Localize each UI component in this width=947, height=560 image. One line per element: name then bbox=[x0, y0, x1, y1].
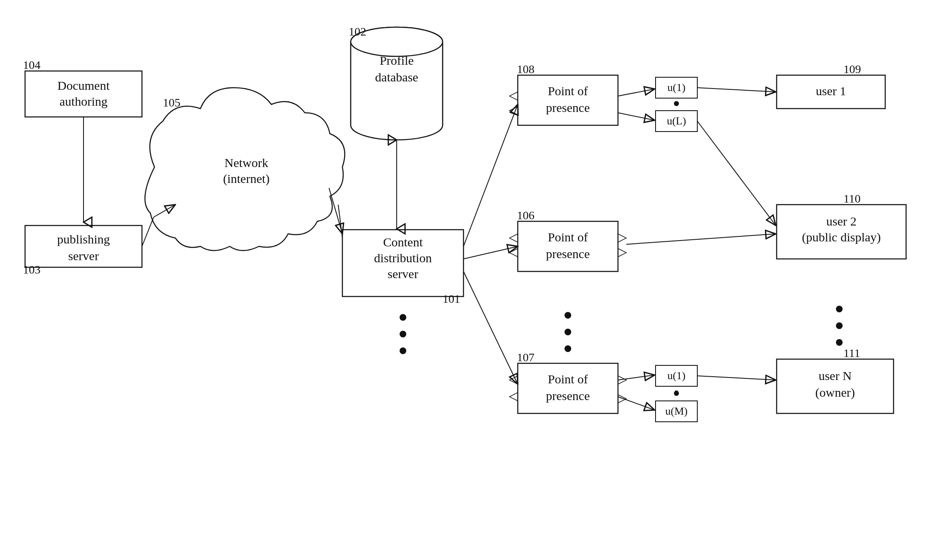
arrow-publishing-to-network-1 bbox=[142, 217, 154, 246]
pop106-label-2: presence bbox=[546, 247, 590, 261]
tri-pop108-in-top bbox=[509, 92, 518, 100]
pop107-label-2: presence bbox=[546, 389, 590, 403]
uL-108-label: u(L) bbox=[667, 115, 686, 127]
pop106-label-1: Point of bbox=[548, 230, 588, 244]
cds-label-2: distribution bbox=[374, 251, 432, 265]
user2-label-2: (public display) bbox=[802, 230, 881, 244]
dot1-cds-pop bbox=[400, 314, 406, 321]
tri-pop107-out-bot bbox=[618, 395, 626, 403]
arrow-cds-pop108 bbox=[463, 104, 518, 246]
dot2-users bbox=[836, 322, 843, 329]
tri-pop107-in-top bbox=[509, 376, 518, 384]
dot-pop-mid2 bbox=[565, 329, 571, 335]
u1-107-label: u(1) bbox=[667, 370, 685, 382]
ref-111: 111 bbox=[843, 347, 860, 360]
ref-107: 107 bbox=[517, 351, 534, 364]
dot-pop-mid3 bbox=[565, 345, 571, 352]
doc-authoring-label-2: authoring bbox=[60, 94, 108, 108]
dot-pop108-mid bbox=[674, 101, 679, 106]
arrow-pop106-user2 bbox=[626, 234, 776, 244]
ref-110: 110 bbox=[843, 192, 861, 205]
u1-108-label: u(1) bbox=[667, 81, 685, 94]
dot3-cds-pop bbox=[400, 347, 406, 354]
diagram: 104 103 105 102 101 108 106 107 109 110 … bbox=[0, 0, 947, 560]
arrow-uL-108-user2 bbox=[697, 121, 776, 226]
ref-105: 105 bbox=[163, 96, 180, 109]
arrow-pop107-uM bbox=[618, 397, 655, 410]
user1-label: user 1 bbox=[816, 84, 846, 98]
arrow-u1-108-user1 bbox=[697, 88, 776, 92]
dot-pop-mid1 bbox=[565, 312, 571, 319]
tri-pop106-in-bot bbox=[509, 248, 518, 257]
ref-109: 109 bbox=[843, 63, 861, 76]
profile-db-label-1: Profile bbox=[380, 53, 414, 67]
pop108-label-1: Point of bbox=[548, 84, 588, 98]
dot1-users bbox=[836, 306, 843, 312]
ref-103: 103 bbox=[23, 263, 41, 276]
dot3-users bbox=[836, 339, 843, 346]
arrow-cds-pop107 bbox=[463, 271, 518, 384]
ref-106: 106 bbox=[517, 209, 534, 222]
userN-label-2: (owner) bbox=[815, 385, 855, 400]
arrow-pop108-u1 bbox=[618, 89, 655, 96]
network-label-2: (internet) bbox=[223, 172, 270, 186]
user2-label-1: user 2 bbox=[826, 214, 856, 228]
tri-pop107-in-bot bbox=[509, 393, 518, 401]
publishing-server-label-1: publishing bbox=[57, 232, 110, 246]
network-label-1: Network bbox=[225, 156, 268, 170]
tri-pop106-in-top bbox=[509, 234, 518, 242]
arrow-pop107-u1 bbox=[618, 375, 655, 380]
ref-101: 101 bbox=[443, 292, 460, 305]
userN-label-1: user N bbox=[818, 369, 851, 383]
tri-pop106-out-bot bbox=[618, 248, 626, 257]
pop106-box bbox=[518, 221, 618, 271]
profile-db-label-2: database bbox=[375, 70, 418, 84]
dot-pop107-mid bbox=[674, 390, 679, 395]
publishing-server-label-2: server bbox=[68, 249, 99, 263]
pop108-box bbox=[518, 75, 618, 125]
ref-108: 108 bbox=[517, 63, 534, 76]
cds-label-3: server bbox=[387, 267, 418, 281]
ref-102: 102 bbox=[349, 25, 366, 38]
ref-104: 104 bbox=[23, 58, 41, 71]
tri-pop106-out-top bbox=[618, 234, 626, 242]
arrow-pop108-uL bbox=[618, 113, 655, 120]
diagram-svg: 104 103 105 102 101 108 106 107 109 110 … bbox=[0, 0, 947, 560]
pop107-label-1: Point of bbox=[548, 372, 588, 386]
uM-107-label: u(M) bbox=[665, 405, 687, 417]
doc-authoring-label-1: Document bbox=[58, 79, 110, 92]
pop107-box bbox=[518, 363, 618, 413]
arrow-u1-107-userN bbox=[697, 376, 776, 380]
pop108-label-2: presence bbox=[546, 101, 590, 114]
doc-authoring-box bbox=[25, 71, 142, 117]
dot2-cds-pop bbox=[400, 331, 406, 337]
cds-label-1: Content bbox=[383, 235, 423, 249]
